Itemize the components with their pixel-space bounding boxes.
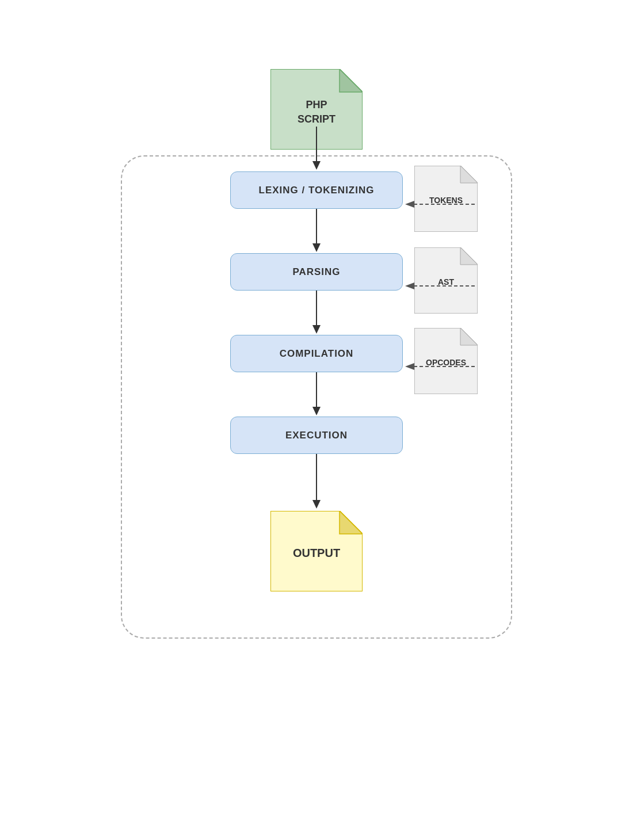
svg-marker-11 (460, 247, 478, 265)
arrow-tokens-to-lexing (403, 198, 478, 210)
svg-marker-17 (460, 328, 478, 345)
svg-marker-25 (340, 511, 363, 534)
svg-marker-7 (405, 201, 414, 208)
arrow-parsing-to-compilation (311, 291, 322, 337)
svg-marker-15 (312, 325, 321, 334)
arrow-lexing-to-parsing (311, 209, 322, 255)
diagram-container: PHP SCRIPT LEXING / TOKENIZING TOKENS (86, 23, 547, 817)
svg-marker-9 (312, 243, 321, 252)
arrow-opcodes-to-compilation (403, 361, 478, 372)
parsing-box: PARSING (230, 253, 403, 291)
svg-marker-5 (460, 166, 478, 183)
arrow-ast-to-parsing (403, 280, 478, 292)
compilation-box: COMPILATION (230, 335, 403, 372)
svg-marker-3 (312, 161, 321, 170)
arrow-execution-to-output (311, 454, 322, 511)
svg-marker-13 (405, 282, 414, 289)
arrow-php-to-lexing (311, 127, 322, 173)
execution-box: EXECUTION (230, 417, 403, 454)
output-label: OUTPUT (293, 546, 340, 559)
arrow-compilation-to-execution (311, 372, 322, 418)
svg-marker-21 (312, 407, 321, 415)
output-node: OUTPUT (270, 511, 363, 591)
php-script-label: PHP SCRIPT (298, 98, 335, 127)
svg-marker-23 (312, 500, 321, 509)
svg-marker-19 (405, 363, 414, 370)
svg-marker-1 (340, 69, 363, 92)
lexing-box: LEXING / TOKENIZING (230, 171, 403, 209)
